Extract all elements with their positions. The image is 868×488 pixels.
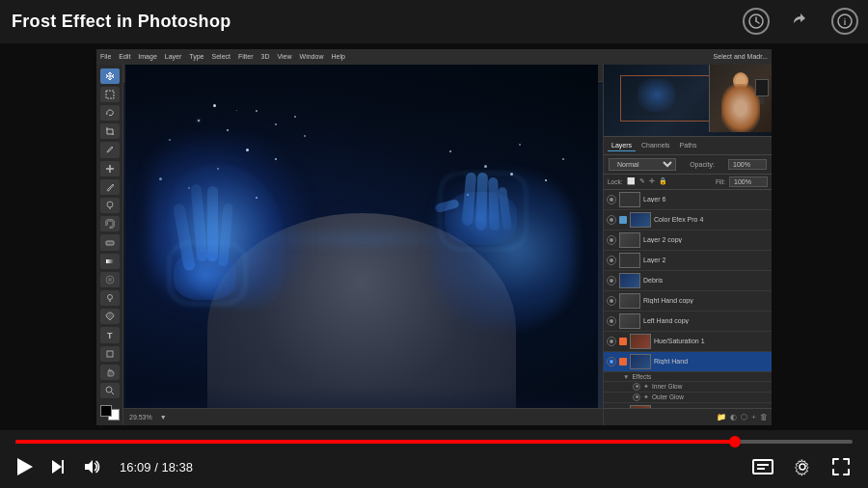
- ps-layer-item-selected[interactable]: Right Hand: [604, 352, 772, 372]
- ps-layer-visibility[interactable]: [607, 276, 616, 285]
- ps-new-adjustment-icon[interactable]: ◐: [730, 413, 737, 421]
- ps-menu-3d[interactable]: 3D: [261, 53, 270, 60]
- ps-lock-brush-icon[interactable]: ✎: [639, 177, 645, 185]
- ps-menu-help[interactable]: Help: [331, 53, 344, 60]
- ps-tool-heal[interactable]: [100, 161, 120, 176]
- ps-tool-pen[interactable]: [100, 309, 120, 324]
- ps-menu-file[interactable]: File: [100, 53, 111, 60]
- ps-effect-visibility[interactable]: [633, 393, 640, 401]
- ps-tab-paths[interactable]: Paths: [676, 140, 701, 151]
- time-display: 16:09 / 18:38: [120, 460, 193, 474]
- ps-tool-crop[interactable]: [100, 123, 120, 139]
- ps-blend-mode-select[interactable]: Normal: [609, 158, 676, 171]
- progress-handle[interactable]: [729, 436, 741, 447]
- ps-layer-name: Layer 2 copy: [643, 236, 769, 243]
- ps-layer-visibility[interactable]: [607, 296, 616, 306]
- ps-menu-type[interactable]: Type: [189, 53, 203, 60]
- ps-layer-visibility[interactable]: [607, 256, 616, 265]
- frost-scene-art: [125, 65, 598, 425]
- ps-tool-shape[interactable]: [100, 346, 120, 362]
- play-button[interactable]: [15, 456, 35, 477]
- ps-tool-lasso[interactable]: [100, 105, 120, 121]
- ps-layer-item[interactable]: Color Efex Pro 4: [604, 210, 772, 230]
- ps-layer-item[interactable]: Hue/Saturation 1: [604, 332, 772, 352]
- ps-layer-visibility[interactable]: [607, 215, 616, 225]
- ps-layer-visibility[interactable]: [607, 337, 616, 346]
- ps-tool-hand[interactable]: [100, 365, 120, 380]
- ps-lock-label: Lock:: [608, 178, 623, 185]
- ps-opacity-input[interactable]: [728, 159, 767, 170]
- ps-layer-effect-inner-glow[interactable]: ✦ Inner Glow: [604, 382, 772, 393]
- ps-layer-item[interactable]: Layer 2: [604, 251, 772, 271]
- svg-point-18: [800, 464, 805, 470]
- ps-tab-layers[interactable]: Layers: [608, 140, 636, 151]
- ps-layer-name: Debris: [643, 277, 769, 284]
- ps-menu-view[interactable]: View: [278, 53, 292, 60]
- ps-fg-bg-colors[interactable]: [100, 405, 120, 420]
- ps-layer-visibility[interactable]: [607, 357, 616, 366]
- ps-tool-eraser[interactable]: [100, 234, 120, 250]
- ps-layer-item[interactable]: Right Hand copy: [604, 291, 772, 312]
- ps-tool-zoom[interactable]: [100, 383, 120, 398]
- ps-effect-visibility[interactable]: [633, 383, 640, 391]
- ps-layer-name: Layer 6: [643, 196, 769, 203]
- mute-button[interactable]: [81, 456, 104, 477]
- ps-lock-transparency-icon[interactable]: ⬜: [627, 177, 636, 185]
- ps-tool-move[interactable]: [100, 68, 120, 84]
- ps-new-group-icon[interactable]: 📁: [717, 413, 726, 421]
- progress-bar[interactable]: [15, 440, 853, 444]
- ps-lock-position-icon[interactable]: ✛: [649, 177, 655, 185]
- ps-layer-item[interactable]: Layer 6: [604, 190, 772, 210]
- ps-menu-layer[interactable]: Layer: [165, 53, 182, 60]
- ps-zoom-bar: 29.53% ▼: [123, 408, 603, 425]
- ps-layer-color-dot: [619, 216, 627, 224]
- ps-new-layer-icon[interactable]: +: [751, 413, 756, 421]
- ps-tool-select[interactable]: [100, 87, 120, 102]
- ps-tool-blur[interactable]: [100, 272, 120, 287]
- ps-layer-thumbnail: [630, 334, 651, 349]
- ps-tool-history[interactable]: [100, 216, 120, 231]
- share-icon[interactable]: [787, 8, 814, 35]
- left-particles: [140, 100, 333, 293]
- ps-layer-item[interactable]: Debris: [604, 271, 772, 291]
- svg-rect-5: [106, 91, 114, 98]
- ps-layer-effects-group[interactable]: ▼ Effects: [604, 372, 772, 382]
- svg-marker-17: [85, 460, 93, 474]
- ps-menu-bar: File Edit Image Layer Type Select Filter…: [96, 49, 772, 65]
- ps-layer-item[interactable]: Left Hand copy: [604, 312, 772, 332]
- ps-delete-layer-icon[interactable]: 🗑: [760, 413, 768, 421]
- ps-layer-name: Layer 2: [643, 257, 769, 263]
- ps-tool-brush[interactable]: [100, 179, 120, 195]
- ps-layer-color-dot: [619, 358, 627, 366]
- captions-button[interactable]: [750, 457, 775, 476]
- ps-layer-effect-outer-glow[interactable]: ✦ Outer Glow: [604, 393, 772, 403]
- ps-menu-image[interactable]: Image: [138, 53, 156, 60]
- ps-menu-filter[interactable]: Filter: [238, 53, 254, 60]
- ps-tool-clone[interactable]: [100, 198, 120, 213]
- settings-button[interactable]: [791, 455, 814, 478]
- ps-fill-input[interactable]: [729, 176, 768, 187]
- ps-layer-visibility[interactable]: [607, 316, 616, 326]
- ps-layer-name: Color Efex Pro 4: [654, 216, 769, 223]
- ps-tab-channels[interactable]: Channels: [637, 140, 674, 151]
- ps-menu-edit[interactable]: Edit: [119, 53, 130, 60]
- svg-rect-7: [106, 241, 114, 245]
- skip-next-button[interactable]: [50, 458, 66, 475]
- current-time: 16:09: [120, 460, 151, 474]
- ps-layer-visibility[interactable]: [607, 235, 616, 245]
- clock-icon[interactable]: [743, 8, 770, 35]
- fullscreen-button[interactable]: [829, 455, 853, 478]
- ps-tool-text[interactable]: T: [100, 327, 120, 342]
- ps-layer-item[interactable]: Layer 2 copy: [604, 230, 772, 251]
- ps-tool-gradient[interactable]: [100, 254, 120, 269]
- svg-text:i: i: [844, 17, 847, 27]
- ps-tool-dodge[interactable]: [100, 290, 120, 306]
- ps-lock-all-icon[interactable]: 🔒: [659, 177, 667, 185]
- ps-menu-select[interactable]: Select: [212, 53, 231, 60]
- fullscreen-icon: [831, 457, 851, 476]
- ps-layer-mask-icon[interactable]: ⬡: [741, 413, 747, 421]
- info-icon[interactable]: i: [831, 8, 858, 35]
- ps-menu-window[interactable]: Window: [300, 53, 324, 60]
- ps-layer-visibility[interactable]: [607, 195, 616, 204]
- ps-tool-eyedropper[interactable]: [100, 142, 120, 157]
